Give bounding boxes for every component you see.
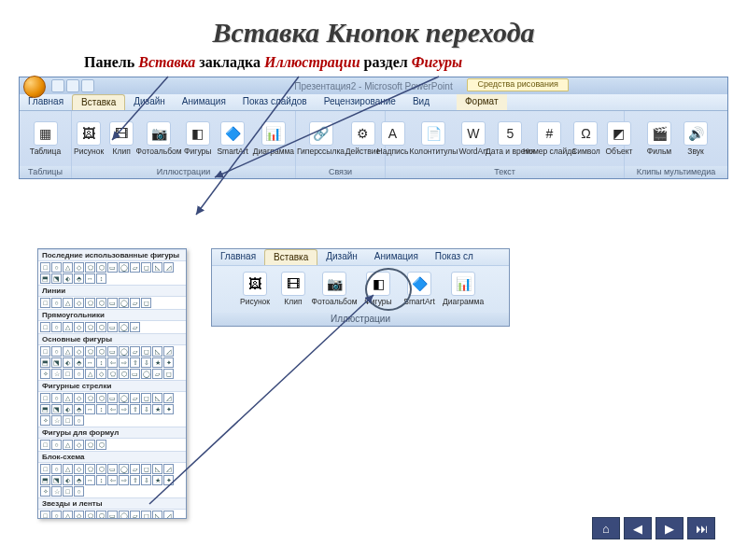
shape-thumb[interactable]: ▱ <box>130 464 140 474</box>
shape-thumb[interactable]: ☆ <box>51 415 62 426</box>
shape-thumb[interactable]: ◇ <box>74 322 84 332</box>
shape-thumb[interactable]: ○ <box>51 464 62 474</box>
zbtn-chart[interactable]: 📊Диаграмма <box>444 272 483 306</box>
shape-thumb[interactable]: ◻ <box>141 262 151 273</box>
shape-thumb[interactable]: ★ <box>152 357 162 368</box>
shape-thumb[interactable]: ▱ <box>152 369 162 379</box>
shape-thumb[interactable]: □ <box>40 346 50 357</box>
shape-thumb[interactable]: ⬔ <box>51 273 62 284</box>
shape-thumb[interactable]: ⬠ <box>85 346 95 357</box>
btn-movie[interactable]: 🎬Фильм <box>642 121 676 156</box>
shape-thumb[interactable]: ⬖ <box>63 404 73 414</box>
ztab-design[interactable]: Дизайн <box>317 249 366 265</box>
shape-thumb[interactable]: ◿ <box>163 511 174 519</box>
shape-thumb[interactable]: ○ <box>51 346 62 357</box>
btn-hyperlink[interactable]: 🔗Гиперссылка <box>302 121 341 156</box>
btn-sound[interactable]: 🔊Звук <box>682 121 710 156</box>
shape-thumb[interactable]: □ <box>40 393 50 403</box>
shape-thumb[interactable]: ○ <box>51 393 62 403</box>
shape-thumb[interactable]: ⇩ <box>141 404 151 414</box>
shape-thumb[interactable]: ⇧ <box>130 404 140 414</box>
shape-thumb[interactable]: ◿ <box>163 346 174 357</box>
shape-thumb[interactable]: ⇨ <box>119 475 129 485</box>
shape-thumb[interactable]: ⬡ <box>96 322 106 332</box>
shapes-flowchart[interactable]: □○△◇⬠⬡▭◯▱◻◺◿⬒⬔⬖⬘↔↕⇦⇨⇧⇩★✦✧☆□○ <box>38 463 186 497</box>
shape-thumb[interactable]: ⇨ <box>119 357 129 368</box>
shape-thumb[interactable]: △ <box>63 322 73 332</box>
shape-thumb[interactable]: □ <box>40 440 50 450</box>
btn-table[interactable]: ▦ Таблица <box>26 121 65 156</box>
shape-thumb[interactable]: ↔ <box>85 475 95 485</box>
shape-thumb[interactable]: ⬘ <box>74 273 84 284</box>
shape-thumb[interactable]: ✦ <box>163 475 174 485</box>
shape-thumb[interactable]: ⇦ <box>107 475 118 485</box>
shape-thumb[interactable]: ◇ <box>74 393 84 403</box>
shape-thumb[interactable]: ○ <box>74 415 84 426</box>
shape-thumb[interactable]: ◺ <box>152 262 162 273</box>
shape-thumb[interactable]: ★ <box>152 475 162 485</box>
shape-thumb[interactable]: ✧ <box>40 486 50 497</box>
action-prev[interactable]: ◀ <box>624 517 652 539</box>
shape-thumb[interactable]: ◿ <box>163 262 174 273</box>
shape-thumb[interactable]: ▭ <box>107 346 118 357</box>
zbtn-smartart[interactable]: 🔷SmartArt <box>402 272 436 306</box>
shape-thumb[interactable]: ▭ <box>107 511 118 519</box>
shapes-recent[interactable]: □○△◇⬠⬡▭◯▱◻◺◿⬒⬔⬖⬘↔↕ <box>38 261 186 285</box>
tab-animations[interactable]: Анимация <box>174 94 234 110</box>
action-next[interactable]: ▶ <box>655 517 684 539</box>
shape-thumb[interactable]: ▭ <box>107 322 118 332</box>
shape-thumb[interactable]: ▱ <box>130 511 140 519</box>
shape-thumb[interactable]: ○ <box>51 440 62 450</box>
shape-thumb[interactable]: ⇨ <box>119 404 129 414</box>
shape-thumb[interactable]: ⬠ <box>85 298 95 308</box>
shape-thumb[interactable]: □ <box>63 486 73 497</box>
shape-thumb[interactable]: ◯ <box>119 298 129 308</box>
shape-thumb[interactable]: ⬠ <box>85 262 95 273</box>
shapes-basic[interactable]: □○△◇⬠⬡▭◯▱◻◺◿⬒⬔⬖⬘↔↕⇦⇨⇧⇩★✦✧☆□○△◇⬠⬡▭◯▱◻ <box>38 345 186 380</box>
shape-thumb[interactable]: ◻ <box>163 369 174 379</box>
shape-thumb[interactable]: ◯ <box>119 393 129 403</box>
shape-thumb[interactable]: ⬘ <box>74 404 84 414</box>
shape-thumb[interactable]: ⬒ <box>40 357 50 368</box>
shape-thumb[interactable]: ◯ <box>119 262 129 273</box>
shape-thumb[interactable]: ▭ <box>107 393 118 403</box>
shape-thumb[interactable]: ⬔ <box>51 404 62 414</box>
shape-thumb[interactable]: ○ <box>51 322 62 332</box>
shape-thumb[interactable]: ⬒ <box>40 273 50 284</box>
shape-thumb[interactable]: ⬔ <box>51 357 62 368</box>
shape-thumb[interactable]: ○ <box>51 511 62 519</box>
shape-thumb[interactable]: ▱ <box>130 322 140 332</box>
shape-thumb[interactable]: ⇧ <box>130 475 140 485</box>
shape-thumb[interactable]: ⬠ <box>85 464 95 474</box>
shape-thumb[interactable]: ↔ <box>85 273 95 284</box>
zbtn-picture[interactable]: 🖼Рисунок <box>238 272 272 306</box>
shape-thumb[interactable]: ⬠ <box>85 322 95 332</box>
office-button[interactable] <box>23 76 46 98</box>
tab-format[interactable]: Формат <box>457 94 507 110</box>
shape-thumb[interactable]: ▭ <box>107 298 118 308</box>
shape-thumb[interactable]: ◯ <box>119 511 129 519</box>
shape-thumb[interactable]: ⬖ <box>63 273 73 284</box>
shape-thumb[interactable]: ◻ <box>141 298 151 308</box>
shape-thumb[interactable]: ◺ <box>152 511 162 519</box>
shape-thumb[interactable]: ⬖ <box>63 357 73 368</box>
btn-smartart[interactable]: 🔷SmartArt <box>217 121 248 156</box>
tab-home[interactable]: Главная <box>20 94 72 110</box>
shape-thumb[interactable]: ✦ <box>163 404 174 414</box>
shape-thumb[interactable]: △ <box>85 369 95 379</box>
shape-thumb[interactable]: □ <box>40 511 50 519</box>
shape-thumb[interactable]: ◯ <box>119 346 129 357</box>
shape-thumb[interactable]: ⬡ <box>96 511 106 519</box>
action-end[interactable]: ⏭ <box>687 517 715 539</box>
shape-thumb[interactable]: ⬡ <box>96 464 106 474</box>
shape-thumb[interactable]: ▱ <box>130 298 140 308</box>
btn-photoalbum[interactable]: 📷Фотоальбом <box>139 121 178 156</box>
ztab-insert[interactable]: Вставка <box>264 249 317 265</box>
shape-thumb[interactable]: △ <box>63 298 73 308</box>
tab-insert[interactable]: Вставка <box>72 94 125 110</box>
btn-clip[interactable]: 🎞Клип <box>109 121 134 156</box>
action-home[interactable]: ⌂ <box>592 517 620 539</box>
shape-thumb[interactable]: □ <box>40 464 50 474</box>
shape-thumb[interactable]: ↕ <box>96 273 106 284</box>
shape-thumb[interactable]: ✧ <box>40 415 50 426</box>
